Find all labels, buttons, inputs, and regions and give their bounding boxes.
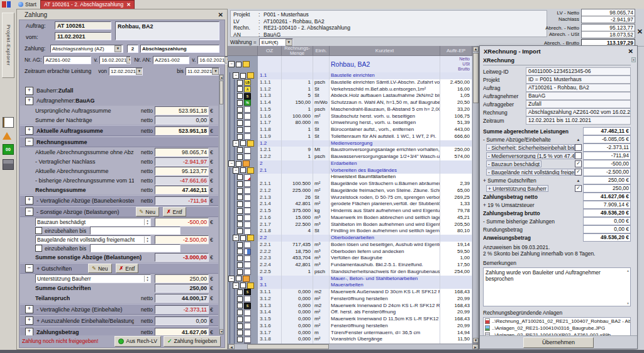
tree-checkbox[interactable] bbox=[237, 221, 243, 227]
tab-start[interactable]: Start bbox=[14, 1, 40, 9]
abzug-amount-input[interactable]: 250,00 bbox=[155, 274, 209, 283]
datum-ag-select[interactable]: 16.02.2021 ▼ bbox=[99, 56, 131, 64]
zero-values-icon[interactable]: 00 bbox=[3, 144, 14, 155]
amount-input[interactable]: 523.951,18 bbox=[155, 106, 209, 115]
einbehalt-checkbox[interactable] bbox=[35, 227, 42, 234]
menge-column-header[interactable]: Rechnungs- Menge bbox=[282, 46, 313, 56]
spinner-icon[interactable]: ▴▾ bbox=[144, 237, 150, 243]
auftr-ep-column-header[interactable]: Auftr-EP bbox=[440, 46, 472, 56]
tree-checkbox[interactable] bbox=[237, 154, 243, 160]
scroll-up-icon[interactable]: ▲ bbox=[219, 75, 223, 80]
tree-checkbox[interactable] bbox=[237, 120, 243, 126]
table-row[interactable]: S3.1.30,000m2Mauerwerk Innenwand D 24cm … bbox=[228, 303, 472, 310]
table-row[interactable]: S3.1.10,000m2Mauerwerk Außenwand D 30cm … bbox=[228, 289, 472, 296]
table-row[interactable]: 2.2.3453,704m³Verfüllen der Baugrube1,00 bbox=[228, 255, 472, 262]
tree-checkbox[interactable] bbox=[237, 296, 243, 302]
scroll-right-icon[interactable]: ► bbox=[472, 344, 479, 349]
expand-button[interactable]: + bbox=[25, 317, 33, 325]
tree-expand-button[interactable]: − bbox=[233, 167, 239, 174]
table-hscrollbar[interactable]: ◄ ► bbox=[228, 344, 479, 350]
nr-an-input[interactable]: AZ261-002 bbox=[153, 56, 189, 64]
collapse-arrow-icon[interactable]: ▲ bbox=[575, 138, 582, 142]
entf-button[interactable]: ✗Entf bbox=[163, 207, 186, 216]
tree-checkbox[interactable] bbox=[237, 100, 243, 106]
table-row[interactable]: S1.1.35StAbdeck.Holz aufbauen Lastaufnah… bbox=[228, 92, 472, 99]
tree-checkbox[interactable] bbox=[237, 289, 243, 295]
table-row[interactable]: 3.1.80,000m²Voranstrich Übergänge11,50 bbox=[228, 336, 472, 343]
table-row[interactable]: −3Mauer-, Beton- und Stahlbetonarbeiten bbox=[228, 276, 472, 283]
table-row[interactable]: A1.1.21StVerkehrsschild m.Bef.abb.u.ents… bbox=[228, 86, 472, 93]
einheit-column-header[interactable]: Einh. bbox=[313, 46, 330, 56]
currency-select[interactable]: EUR(€) ▼ bbox=[259, 38, 293, 46]
table-row[interactable]: 3.1.50,000m²Mauerwerk Innenwand D 11,5cm… bbox=[228, 316, 472, 323]
neu-button[interactable]: ✎Neu bbox=[136, 207, 159, 216]
zahlung-nr-field[interactable]: 2 bbox=[127, 45, 138, 53]
tree-expand-button[interactable]: − bbox=[233, 283, 239, 289]
tree-checkbox[interactable] bbox=[237, 134, 243, 140]
chevron-down-icon[interactable]: ▼ bbox=[136, 68, 143, 75]
zahlung-scrollbar[interactable]: ▲ ▼ bbox=[219, 74, 224, 335]
table-row[interactable]: 1.2.21pschBauwasserversorgungsanlage 1/2… bbox=[228, 154, 472, 160]
table-row[interactable]: Hinweistext Baumfällarbeiten bbox=[228, 174, 472, 181]
zeitraum-von-select[interactable]: 12.02.2021 ▼ bbox=[109, 67, 143, 76]
table-row[interactable]: 1.2.19MtBaustromversorgungsanlage errich… bbox=[228, 147, 472, 154]
table-row[interactable]: 3.1.70,000mTüren/Fenster untermauern, d=… bbox=[228, 330, 472, 337]
expand-button[interactable]: + bbox=[25, 328, 33, 335]
tree-expand-button[interactable]: − bbox=[228, 61, 235, 67]
chevron-down-icon[interactable]: ▼ bbox=[286, 39, 292, 46]
projekt-explorer-tab[interactable]: Projekt-Explorer bbox=[2, 13, 14, 78]
table-row[interactable]: 1.1.81StBürocontainer aufst., vorh., ent… bbox=[228, 126, 472, 133]
tree-checkbox[interactable] bbox=[237, 201, 243, 207]
tree-checkbox[interactable] bbox=[237, 80, 243, 86]
summary-checkbox[interactable]: ✓ bbox=[575, 169, 582, 176]
aus-rech-lv-button[interactable]: Aus Rech-LV bbox=[114, 336, 160, 347]
einbehalt-checkbox[interactable] bbox=[35, 245, 42, 252]
table-row[interactable]: 2.1.5375.000kgHindernis aus Stahl aufneh… bbox=[228, 208, 472, 215]
table-row[interactable]: 2.2.218,750m³Oberboden liefern und andec… bbox=[228, 249, 472, 255]
spinner-icon[interactable]: ▴▾ bbox=[144, 219, 150, 225]
table-row[interactable]: −1.1Baustelle einrichten bbox=[228, 72, 472, 79]
scroll-up-icon[interactable]: ▲ bbox=[473, 47, 479, 52]
summary-checkbox[interactable]: ✓ bbox=[575, 160, 582, 167]
tree-checkbox[interactable] bbox=[237, 107, 243, 113]
journal-icon[interactable] bbox=[3, 117, 14, 128]
zeitraum-bis-select[interactable]: 11.02.2021 ▼ bbox=[186, 67, 219, 76]
scroll-down-icon[interactable]: ▼ bbox=[473, 338, 479, 343]
tab-close-icon[interactable]: ✕ bbox=[126, 2, 131, 8]
abzug-text-input[interactable]: Unterstützung Bauherr▴▾ bbox=[35, 274, 151, 283]
table-row[interactable]: −2.2Oberbodenarbeiten bbox=[228, 235, 472, 242]
scroll-thumb[interactable] bbox=[247, 344, 329, 349]
table-row[interactable]: 2.1.442.801m²gerodete Flächen planieren,… bbox=[228, 201, 472, 208]
table-row[interactable]: 2.1.615.000m³Mauerwerk im Boden abbreche… bbox=[228, 215, 472, 221]
table-row[interactable]: 2.1.84StFindling im Boden aufnehmen und … bbox=[228, 228, 472, 235]
xrechnung-close-icon[interactable]: ✕ bbox=[628, 48, 633, 55]
tree-checkbox[interactable] bbox=[237, 194, 243, 200]
summary-checkbox[interactable] bbox=[575, 144, 582, 151]
tree-expand-button[interactable]: − bbox=[228, 160, 235, 167]
abzug-amount-input[interactable]: -500,00 bbox=[155, 218, 209, 227]
tree-checkbox[interactable] bbox=[237, 174, 243, 180]
tree-checkbox[interactable] bbox=[237, 262, 243, 268]
expand-button[interactable]: + bbox=[25, 97, 33, 105]
tree-expand-button[interactable]: − bbox=[228, 276, 235, 282]
tree-checkbox[interactable] bbox=[237, 181, 243, 187]
table-row[interactable]: 3.1.20,000m²Fensteröffnung herstellen20,… bbox=[228, 296, 472, 303]
warning-triangle-icon[interactable] bbox=[3, 132, 11, 140]
abzug-text-input[interactable]: Baugelände nicht vollständig freigemacht… bbox=[35, 235, 151, 244]
datum-an-select[interactable]: 16.02.2021 ▼ bbox=[197, 56, 229, 64]
entf-button[interactable]: ✗Entf bbox=[116, 264, 139, 273]
abzug-amount-input[interactable]: -2.500,00 bbox=[155, 235, 209, 244]
amount-input[interactable]: 98.065,74 bbox=[155, 148, 209, 157]
tree-checkbox[interactable] bbox=[240, 140, 246, 146]
chevron-down-icon[interactable]: ▼ bbox=[126, 57, 131, 64]
xr-scroll-up-icon[interactable]: ▲ bbox=[631, 57, 636, 62]
neu-button[interactable]: ✎Neu bbox=[88, 264, 111, 273]
tree-checkbox[interactable] bbox=[237, 86, 243, 92]
amount-input[interactable]: 523.951,18 bbox=[155, 126, 209, 135]
tree-expand-button[interactable]: − bbox=[233, 140, 239, 147]
einbehalt-date-input[interactable] bbox=[90, 244, 180, 252]
expand-button[interactable]: − bbox=[25, 264, 33, 272]
table-row[interactable]: 2.1.2225.000m²Baugelände freimachen, von… bbox=[228, 188, 472, 194]
table-row[interactable]: 2.2.51pschStandsicherheitsnachweis für d… bbox=[228, 269, 472, 276]
expand-button[interactable]: + bbox=[25, 126, 33, 135]
